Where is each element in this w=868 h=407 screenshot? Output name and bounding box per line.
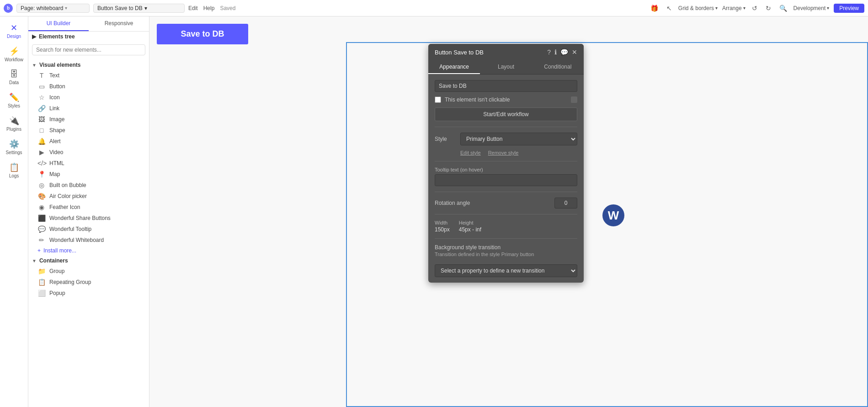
arrange-btn[interactable]: Arrange ▾ [722,5,746,11]
color-picker-icon: 🎨 [37,193,46,200]
workflow-btn[interactable]: Start/Edit workflow [435,107,577,121]
panel-tabs: UI Builder Responsive [28,16,149,32]
tab-conditional[interactable]: Conditional [532,60,584,74]
nav-plugins[interactable]: 🔌 Plugins [2,113,27,134]
element-html[interactable]: </> HTML [28,158,149,169]
preview-btn[interactable]: Preview [834,4,864,13]
rotation-label: Rotation angle [435,200,470,206]
element-link[interactable]: 🔗 Link [28,103,149,114]
visual-elements-header[interactable]: ▼ Visual elements [28,60,149,70]
element-color-picker[interactable]: 🎨 Air Color picker [28,191,149,202]
redo-btn[interactable]: ↻ [764,4,773,13]
element-text[interactable]: T Text [28,70,149,81]
install-more-btn[interactable]: + Install more... [28,246,149,256]
style-label: Style [435,136,458,142]
nav-settings[interactable]: ⚙️ Settings [2,136,27,158]
separator-2 [435,161,577,161]
bg-transition-label: Background style transition [435,244,577,251]
app-logo: b [4,4,13,13]
topbar: b Page: whiteboard ▾ Button Save to DB ▾… [0,0,868,16]
arrange-chevron: ▾ [743,5,746,11]
element-built-on-bubble[interactable]: ◎ Built on Bubble [28,180,149,191]
element-group[interactable]: 📁 Group [28,266,149,277]
nav-workflow[interactable]: ⚡ Workflow [2,43,27,65]
element-alert-label: Alert [49,138,61,145]
share-buttons-icon: ⬛ [37,214,46,222]
remove-style-link[interactable]: Remove style [488,150,519,155]
tab-layout[interactable]: Layout [480,60,532,74]
grid-chevron: ▾ [715,5,718,11]
search-input[interactable] [32,44,145,55]
page-selector[interactable]: Page: whiteboard ▾ [16,4,90,13]
help-icon[interactable]: ? [547,48,551,56]
tab-appearance[interactable]: Appearance [428,60,480,74]
save-to-db-button[interactable]: Save to DB [157,24,248,44]
element-alert[interactable]: 🔔 Alert [28,136,149,147]
info-icon[interactable]: ℹ [554,48,557,56]
nav-design[interactable]: ✕ Design [2,20,27,42]
rotation-row: Rotation angle [435,198,577,209]
rotation-input[interactable] [554,198,577,209]
element-icon[interactable]: ☆ Icon [28,92,149,103]
grid-borders-btn[interactable]: Grid & borders ▾ [678,5,718,11]
width-label: Width [435,220,450,225]
props-tabs: Appearance Layout Conditional [428,60,584,75]
element-video[interactable]: ▶ Video [28,147,149,158]
element-tooltip[interactable]: 💬 Wonderful Tooltip [28,224,149,235]
style-select[interactable]: Primary Button [460,133,577,145]
tab-responsive[interactable]: Responsive [89,16,149,31]
nav-styles[interactable]: ✏️ Styles [2,90,27,111]
tooltip-input[interactable] [435,174,577,186]
element-popup[interactable]: ⬜ Popup [28,288,149,299]
feather-icon: ◉ [37,204,46,211]
undo-btn[interactable]: ↺ [750,4,759,13]
height-value: 45px - inf [459,226,481,233]
element-shape[interactable]: □ Shape [28,125,149,136]
element-share-label: Wonderful Share Buttons [49,215,111,221]
install-more-label: Install more... [43,247,76,254]
tab-ui-builder[interactable]: UI Builder [28,16,89,31]
name-input[interactable] [435,80,577,92]
element-button[interactable]: ▭ Button [28,81,149,92]
chat-icon[interactable]: 💬 [560,48,568,56]
separator-1 [435,127,577,127]
repeating-group-icon: 📋 [37,278,46,286]
element-feather-icon[interactable]: ◉ Feather Icon [28,202,149,213]
clickable-checkbox[interactable] [435,96,441,103]
containers-header[interactable]: ▼ Containers [28,256,149,266]
element-repeating-group[interactable]: 📋 Repeating Group [28,277,149,288]
element-repeating-label: Repeating Group [49,279,91,285]
height-block: Height 45px - inf [459,220,481,233]
help-menu[interactable]: Help [203,5,215,11]
bubble-icon: ◎ [37,182,46,189]
element-color-picker-label: Air Color picker [49,193,87,199]
element-selector[interactable]: Button Save to DB ▾ [93,4,185,13]
element-image[interactable]: 🖼 Image [28,114,149,125]
cursor-icon[interactable]: ↖ [665,4,674,13]
design-icon: ✕ [11,23,17,33]
development-btn[interactable]: Development ▾ [793,5,830,11]
edit-style-link[interactable]: Edit style [460,150,481,155]
properties-panel: Button Save to DB ? ℹ 💬 ✕ Appearance Lay… [428,44,584,283]
element-map[interactable]: 📍 Map [28,169,149,180]
element-tooltip-label: Wonderful Tooltip [49,226,91,232]
search-btn[interactable]: 🔍 [777,4,789,13]
elements-tree-header[interactable]: ▶ Elements tree [28,32,149,42]
element-group-label: Group [49,268,64,274]
topbar-right: 🎁 ↖ Grid & borders ▾ Arrange ▾ ↺ ↻ 🔍 Dev… [649,4,864,13]
edit-menu[interactable]: Edit [188,5,198,11]
nav-data[interactable]: 🗄 Data [2,67,27,88]
gift-icon[interactable]: 🎁 [649,4,660,13]
clickable-label: This element isn't clickable [445,96,510,103]
width-value: 150px [435,226,450,233]
nav-logs[interactable]: 📋 Logs [2,160,27,181]
element-share-buttons[interactable]: ⬛ Wonderful Share Buttons [28,213,149,224]
clickable-checkbox-visual [571,96,577,103]
element-whiteboard[interactable]: ✏ Wonderful Whiteboard [28,235,149,246]
transition-select[interactable]: Select a property to define a new transi… [435,264,577,277]
canvas[interactable]: Save to DB W Button Save to DB ? ℹ 💬 ✕ [149,16,868,407]
props-header-icons: ? ℹ 💬 ✕ [547,48,577,56]
element-whiteboard-label: Wonderful Whiteboard [49,237,104,243]
popup-icon: ⬜ [37,289,46,297]
close-icon[interactable]: ✕ [572,48,577,56]
